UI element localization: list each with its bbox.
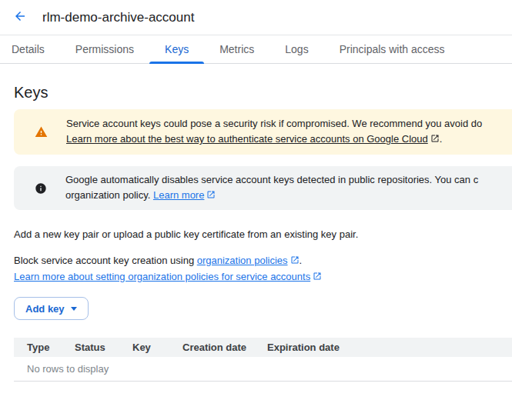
- tab-keys[interactable]: Keys: [149, 35, 204, 63]
- add-key-button[interactable]: Add key: [14, 297, 89, 320]
- info-learn-more-link[interactable]: Learn more: [153, 189, 216, 201]
- back-button[interactable]: [11, 8, 29, 27]
- external-link-icon: [206, 188, 216, 204]
- info-line1: Google automatically disables service ac…: [65, 172, 478, 188]
- page-header: rlm-demo-archive-account: [0, 0, 512, 35]
- intro-text: Add a new key pair or upload a public ke…: [14, 227, 512, 242]
- block-key-creation-paragraph: Block service account key creation using…: [14, 253, 512, 285]
- external-link-icon: [290, 254, 300, 269]
- column-header-key: Key: [132, 342, 182, 353]
- section-heading: Keys: [14, 64, 512, 102]
- learn-more-line: Learn more about setting organization po…: [14, 269, 512, 285]
- keys-content: Keys Service account keys could pose a s…: [0, 64, 512, 382]
- column-header-expiration-date: Expiration date: [267, 342, 512, 353]
- tab-metrics[interactable]: Metrics: [204, 35, 269, 63]
- column-header-type: Type: [14, 342, 75, 353]
- page-title: rlm-demo-archive-account: [42, 10, 194, 25]
- setting-org-policies-link[interactable]: Learn more about setting organization po…: [14, 271, 322, 282]
- tab-bar: Details Permissions Keys Metrics Logs Pr…: [0, 35, 512, 64]
- info-line2: organization policy. Learn more: [65, 188, 478, 204]
- warning-line2: Learn more about the best way to authent…: [66, 132, 482, 148]
- external-link-icon: [430, 132, 440, 148]
- warning-learn-more-link[interactable]: Learn more about the best way to authent…: [66, 133, 440, 145]
- tab-principals-with-access[interactable]: Principals with access: [324, 35, 460, 63]
- block-line: Block service account key creation using…: [14, 253, 512, 269]
- tab-details[interactable]: Details: [0, 35, 60, 63]
- warning-line1: Service account keys could pose a securi…: [66, 116, 482, 132]
- column-header-status: Status: [75, 342, 132, 353]
- tab-permissions[interactable]: Permissions: [60, 35, 149, 63]
- back-arrow-icon: [13, 9, 27, 25]
- info-banner: Google automatically disables service ac…: [14, 166, 512, 210]
- external-link-icon: [313, 270, 322, 285]
- warning-banner-text: Service account keys could pose a securi…: [66, 116, 482, 148]
- info-circle-icon: [35, 182, 47, 195]
- tab-logs[interactable]: Logs: [269, 35, 323, 63]
- table-empty-message: No rows to display: [14, 357, 512, 382]
- info-banner-text: Google automatically disables service ac…: [65, 172, 478, 204]
- warning-banner: Service account keys could pose a securi…: [14, 109, 512, 155]
- table-header-row: Type Status Key Creation date Expiration…: [14, 338, 512, 357]
- dropdown-caret-icon: [71, 307, 77, 311]
- column-header-creation-date: Creation date: [182, 342, 267, 353]
- warning-triangle-icon: [35, 125, 48, 138]
- organization-policies-link[interactable]: organization policies: [197, 255, 300, 266]
- keys-table: Type Status Key Creation date Expiration…: [14, 338, 512, 382]
- service-account-page: rlm-demo-archive-account Details Permiss…: [0, 0, 512, 382]
